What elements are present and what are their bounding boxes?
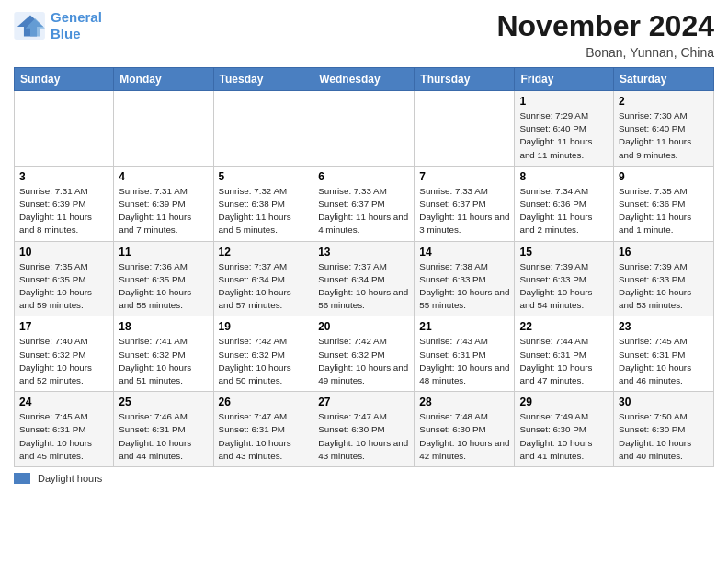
calendar-cell: 24Sunrise: 7:45 AM Sunset: 6:31 PM Dayli… <box>15 392 114 467</box>
day-number: 14 <box>419 246 509 259</box>
day-number: 12 <box>219 246 309 259</box>
calendar-cell: 21Sunrise: 7:43 AM Sunset: 6:31 PM Dayli… <box>415 316 515 392</box>
day-number: 28 <box>419 396 509 408</box>
location: Bonan, Yunnan, China <box>496 45 714 60</box>
weekday-header-monday: Monday <box>114 68 213 91</box>
day-info: Sunrise: 7:35 AM Sunset: 6:36 PM Dayligh… <box>619 185 709 237</box>
day-info: Sunrise: 7:48 AM Sunset: 6:30 PM Dayligh… <box>419 410 509 463</box>
calendar-cell: 22Sunrise: 7:44 AM Sunset: 6:31 PM Dayli… <box>515 316 614 392</box>
calendar-cell: 23Sunrise: 7:45 AM Sunset: 6:31 PM Dayli… <box>614 316 714 392</box>
day-number: 8 <box>519 170 609 183</box>
day-info: Sunrise: 7:43 AM Sunset: 6:31 PM Dayligh… <box>419 335 509 387</box>
weekday-header-friday: Friday <box>515 68 614 91</box>
page: General Blue November 2024 Bonan, Yunnan… <box>0 0 728 493</box>
day-number: 24 <box>19 396 108 408</box>
day-number: 16 <box>619 246 709 259</box>
calendar-cell <box>15 91 114 167</box>
day-info: Sunrise: 7:50 AM Sunset: 6:30 PM Dayligh… <box>619 410 709 463</box>
day-number: 11 <box>119 246 208 259</box>
day-info: Sunrise: 7:44 AM Sunset: 6:31 PM Dayligh… <box>519 335 609 387</box>
day-info: Sunrise: 7:39 AM Sunset: 6:33 PM Dayligh… <box>519 260 609 313</box>
day-info: Sunrise: 7:31 AM Sunset: 6:39 PM Dayligh… <box>19 185 108 237</box>
calendar-cell: 12Sunrise: 7:37 AM Sunset: 6:34 PM Dayli… <box>213 241 313 316</box>
weekday-header-saturday: Saturday <box>614 68 714 91</box>
day-info: Sunrise: 7:34 AM Sunset: 6:36 PM Dayligh… <box>519 185 609 237</box>
day-number: 13 <box>318 246 409 259</box>
logo-text: General Blue <box>51 9 102 42</box>
day-info: Sunrise: 7:45 AM Sunset: 6:31 PM Dayligh… <box>619 335 709 387</box>
calendar-cell: 27Sunrise: 7:47 AM Sunset: 6:30 PM Dayli… <box>313 392 415 467</box>
weekday-header-sunday: Sunday <box>15 68 114 91</box>
calendar-cell: 14Sunrise: 7:38 AM Sunset: 6:33 PM Dayli… <box>415 241 515 316</box>
calendar-cell: 7Sunrise: 7:33 AM Sunset: 6:37 PM Daylig… <box>415 166 515 241</box>
calendar-cell: 13Sunrise: 7:37 AM Sunset: 6:34 PM Dayli… <box>313 241 415 316</box>
daylight-label: Daylight hours <box>38 473 102 484</box>
day-info: Sunrise: 7:36 AM Sunset: 6:35 PM Dayligh… <box>119 260 208 313</box>
day-info: Sunrise: 7:39 AM Sunset: 6:33 PM Dayligh… <box>619 260 709 313</box>
day-info: Sunrise: 7:40 AM Sunset: 6:32 PM Dayligh… <box>19 335 108 387</box>
logo-general: General <box>51 9 102 25</box>
day-number: 9 <box>619 170 709 183</box>
daylight-bar-icon <box>14 473 30 484</box>
calendar-cell: 11Sunrise: 7:36 AM Sunset: 6:35 PM Dayli… <box>114 241 213 316</box>
day-number: 1 <box>519 95 609 108</box>
title-block: November 2024 Bonan, Yunnan, China <box>496 9 714 60</box>
day-info: Sunrise: 7:42 AM Sunset: 6:32 PM Dayligh… <box>219 335 309 387</box>
day-number: 5 <box>219 170 309 183</box>
calendar-cell: 9Sunrise: 7:35 AM Sunset: 6:36 PM Daylig… <box>614 166 714 241</box>
day-number: 6 <box>318 170 409 183</box>
day-info: Sunrise: 7:45 AM Sunset: 6:31 PM Dayligh… <box>19 410 108 463</box>
calendar-cell: 29Sunrise: 7:49 AM Sunset: 6:30 PM Dayli… <box>515 392 614 467</box>
day-info: Sunrise: 7:38 AM Sunset: 6:33 PM Dayligh… <box>419 260 509 313</box>
day-number: 2 <box>619 95 709 108</box>
day-info: Sunrise: 7:30 AM Sunset: 6:40 PM Dayligh… <box>619 109 709 162</box>
day-info: Sunrise: 7:37 AM Sunset: 6:34 PM Dayligh… <box>318 260 409 313</box>
footer-note: Daylight hours <box>14 473 714 484</box>
day-number: 29 <box>519 396 609 408</box>
day-number: 10 <box>19 246 108 259</box>
calendar-week-row: 3Sunrise: 7:31 AM Sunset: 6:39 PM Daylig… <box>15 166 714 241</box>
day-info: Sunrise: 7:32 AM Sunset: 6:38 PM Dayligh… <box>219 185 309 237</box>
calendar-cell: 5Sunrise: 7:32 AM Sunset: 6:38 PM Daylig… <box>213 166 313 241</box>
day-info: Sunrise: 7:47 AM Sunset: 6:30 PM Dayligh… <box>318 410 409 463</box>
calendar-week-row: 10Sunrise: 7:35 AM Sunset: 6:35 PM Dayli… <box>15 241 714 316</box>
calendar: SundayMondayTuesdayWednesdayThursdayFrid… <box>14 67 714 467</box>
calendar-cell: 25Sunrise: 7:46 AM Sunset: 6:31 PM Dayli… <box>114 392 213 467</box>
month-title: November 2024 <box>496 9 714 43</box>
day-number: 15 <box>519 246 609 259</box>
calendar-cell: 1Sunrise: 7:29 AM Sunset: 6:40 PM Daylig… <box>515 91 614 167</box>
calendar-week-row: 24Sunrise: 7:45 AM Sunset: 6:31 PM Dayli… <box>15 392 714 467</box>
weekday-header-thursday: Thursday <box>415 68 515 91</box>
day-info: Sunrise: 7:42 AM Sunset: 6:32 PM Dayligh… <box>318 335 409 387</box>
calendar-cell: 2Sunrise: 7:30 AM Sunset: 6:40 PM Daylig… <box>614 91 714 167</box>
day-number: 23 <box>619 320 709 333</box>
calendar-cell <box>313 91 415 167</box>
calendar-cell: 18Sunrise: 7:41 AM Sunset: 6:32 PM Dayli… <box>114 316 213 392</box>
day-number: 7 <box>419 170 509 183</box>
calendar-cell: 6Sunrise: 7:33 AM Sunset: 6:37 PM Daylig… <box>313 166 415 241</box>
day-number: 3 <box>19 170 108 183</box>
day-number: 21 <box>419 320 509 333</box>
calendar-cell: 30Sunrise: 7:50 AM Sunset: 6:30 PM Dayli… <box>614 392 714 467</box>
calendar-cell <box>415 91 515 167</box>
logo-blue: Blue <box>51 26 81 41</box>
day-info: Sunrise: 7:29 AM Sunset: 6:40 PM Dayligh… <box>519 109 609 162</box>
day-info: Sunrise: 7:49 AM Sunset: 6:30 PM Dayligh… <box>519 410 609 463</box>
day-number: 4 <box>119 170 208 183</box>
calendar-cell: 3Sunrise: 7:31 AM Sunset: 6:39 PM Daylig… <box>15 166 114 241</box>
weekday-header-row: SundayMondayTuesdayWednesdayThursdayFrid… <box>15 68 714 91</box>
day-number: 27 <box>318 396 409 408</box>
day-info: Sunrise: 7:33 AM Sunset: 6:37 PM Dayligh… <box>419 185 509 237</box>
calendar-cell: 28Sunrise: 7:48 AM Sunset: 6:30 PM Dayli… <box>415 392 515 467</box>
day-info: Sunrise: 7:37 AM Sunset: 6:34 PM Dayligh… <box>219 260 309 313</box>
day-info: Sunrise: 7:41 AM Sunset: 6:32 PM Dayligh… <box>119 335 208 387</box>
day-number: 26 <box>219 396 309 408</box>
calendar-cell: 26Sunrise: 7:47 AM Sunset: 6:31 PM Dayli… <box>213 392 313 467</box>
calendar-cell: 19Sunrise: 7:42 AM Sunset: 6:32 PM Dayli… <box>213 316 313 392</box>
day-info: Sunrise: 7:35 AM Sunset: 6:35 PM Dayligh… <box>19 260 108 313</box>
calendar-cell: 10Sunrise: 7:35 AM Sunset: 6:35 PM Dayli… <box>15 241 114 316</box>
calendar-cell: 16Sunrise: 7:39 AM Sunset: 6:33 PM Dayli… <box>614 241 714 316</box>
day-info: Sunrise: 7:31 AM Sunset: 6:39 PM Dayligh… <box>119 185 208 237</box>
calendar-cell <box>114 91 213 167</box>
weekday-header-wednesday: Wednesday <box>313 68 415 91</box>
